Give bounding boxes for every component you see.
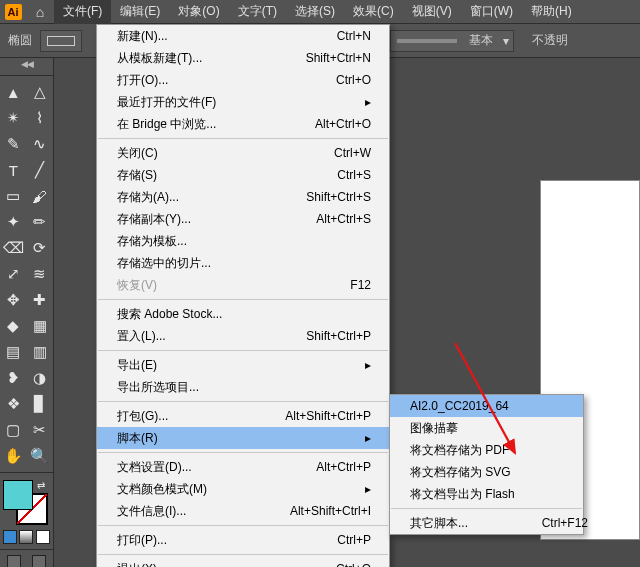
toolbox-collapse-icon[interactable]: ◀◀: [0, 58, 53, 72]
tool-dir[interactable]: △: [27, 79, 54, 105]
menu-0[interactable]: 文件(F): [54, 0, 111, 24]
tool-graph[interactable]: ▊: [27, 391, 54, 417]
file-menu-label: 打开(O)...: [117, 72, 281, 89]
file-menu-item-6-0[interactable]: 打印(P)...Ctrl+P: [97, 529, 389, 551]
file-menu-item-1-1[interactable]: 存储(S)Ctrl+S: [97, 164, 389, 186]
submenu-arrow-icon: ▸: [361, 431, 371, 445]
script-menu-item-0-3[interactable]: 将文档存储为 SVG: [390, 461, 583, 483]
script-menu-item-0-2[interactable]: 将文档存储为 PDF: [390, 439, 583, 461]
color-swatches[interactable]: ⇄: [0, 476, 53, 528]
script-menu-item-1-0[interactable]: 其它脚本...Ctrl+F12: [390, 512, 583, 534]
file-menu-item-1-0[interactable]: 关闭(C)Ctrl+W: [97, 142, 389, 164]
fill-color-swatch[interactable]: [3, 480, 33, 510]
file-menu-item-1-3[interactable]: 存储副本(Y)...Alt+Ctrl+S: [97, 208, 389, 230]
tool-grad[interactable]: ▥: [27, 339, 54, 365]
file-menu-label: 文档颜色模式(M): [117, 481, 361, 498]
tool-zoom[interactable]: 🔍: [27, 443, 54, 469]
file-menu-item-0-2[interactable]: 打开(O)...Ctrl+O: [97, 69, 389, 91]
tool-eyedrop[interactable]: ❥: [0, 365, 27, 391]
tool-type[interactable]: T: [0, 157, 27, 183]
basic-preset-select[interactable]: 基本 ▾: [390, 30, 514, 52]
tool-slice[interactable]: ✂: [27, 417, 54, 443]
tool-rect[interactable]: ▭: [0, 183, 27, 209]
file-menu-item-0-3[interactable]: 最近打开的文件(F)▸: [97, 91, 389, 113]
file-menu-item-2-1[interactable]: 置入(L)...Shift+Ctrl+P: [97, 325, 389, 347]
file-menu-item-1-5[interactable]: 存储选中的切片...: [97, 252, 389, 274]
toolbox: ◀◀ ▲△✴⌇✎∿T╱▭🖌✦✏⌫⟳⤢≋✥✚◆▦▤▥❥◑❖▊▢✂✋🔍 ⇄: [0, 58, 54, 567]
script-menu-item-0-1[interactable]: 图像描摹: [390, 417, 583, 439]
shortcut-text: Shift+Ctrl+P: [281, 329, 371, 343]
chevron-down-icon: ▾: [499, 34, 513, 48]
tool-pencil[interactable]: ✏: [27, 209, 54, 235]
file-menu-item-0-4[interactable]: 在 Bridge 中浏览...Alt+Ctrl+O: [97, 113, 389, 135]
tool-lasso[interactable]: ⌇: [27, 105, 54, 131]
tool-eraser[interactable]: ⌫: [0, 235, 27, 261]
menu-6[interactable]: 视图(V): [403, 0, 461, 24]
menu-8[interactable]: 帮助(H): [522, 0, 581, 24]
gradient-mode[interactable]: [19, 530, 33, 544]
tool-symbol[interactable]: ❖: [0, 391, 27, 417]
script-menu-item-0-4[interactable]: 将文档导出为 Flash: [390, 483, 583, 505]
tool-pen[interactable]: ✎: [0, 131, 27, 157]
swap-colors-icon[interactable]: ⇄: [37, 480, 45, 491]
menu-1[interactable]: 编辑(E): [111, 0, 169, 24]
file-menu-item-0-0[interactable]: 新建(N)...Ctrl+N: [97, 25, 389, 47]
tool-puppet[interactable]: ✚: [27, 287, 54, 313]
file-menu-item-1-4[interactable]: 存储为模板...: [97, 230, 389, 252]
shortcut-text: F12: [281, 278, 371, 292]
tool-line[interactable]: ╱: [27, 157, 54, 183]
tool-curve[interactable]: ∿: [27, 131, 54, 157]
file-menu-item-1-2[interactable]: 存储为(A)...Shift+Ctrl+S: [97, 186, 389, 208]
script-menu-label: 图像描摹: [410, 420, 565, 437]
tool-brush[interactable]: 🖌: [27, 183, 54, 209]
file-menu-item-0-1[interactable]: 从模板新建(T)...Shift+Ctrl+N: [97, 47, 389, 69]
file-menu-item-5-0[interactable]: 文档设置(D)...Alt+Ctrl+P: [97, 456, 389, 478]
tool-shape[interactable]: ◆: [0, 313, 27, 339]
screen-mode-full[interactable]: [32, 555, 46, 567]
shortcut-text: Ctrl+O: [281, 73, 371, 87]
file-menu-item-3-1[interactable]: 导出所选项目...: [97, 376, 389, 398]
file-menu-item-4-0[interactable]: 打包(G)...Alt+Shift+Ctrl+P: [97, 405, 389, 427]
tool-shaper[interactable]: ✦: [0, 209, 27, 235]
menu-5[interactable]: 效果(C): [344, 0, 403, 24]
menu-3[interactable]: 文字(T): [229, 0, 286, 24]
file-menu-item-5-2[interactable]: 文件信息(I)...Alt+Shift+Ctrl+I: [97, 500, 389, 522]
file-menu-label: 在 Bridge 中浏览...: [117, 116, 281, 133]
file-menu-label: 文件信息(I)...: [117, 503, 281, 520]
tool-artb[interactable]: ▢: [0, 417, 27, 443]
tool-free[interactable]: ✥: [0, 287, 27, 313]
file-menu-label: 关闭(C): [117, 145, 281, 162]
menu-2[interactable]: 对象(O): [169, 0, 228, 24]
screen-mode-row: [0, 553, 53, 567]
tool-persp[interactable]: ▦: [27, 313, 54, 339]
file-menu-item-4-1[interactable]: 脚本(R)▸: [97, 427, 389, 449]
tool-scale[interactable]: ⤢: [0, 261, 27, 287]
file-menu-label: 恢复(V): [117, 277, 281, 294]
screen-mode-normal[interactable]: [7, 555, 21, 567]
file-menu: 新建(N)...Ctrl+N从模板新建(T)...Shift+Ctrl+N打开(…: [96, 24, 390, 567]
shortcut-text: Ctrl+F12: [498, 516, 588, 530]
file-menu-item-5-1[interactable]: 文档颜色模式(M)▸: [97, 478, 389, 500]
script-menu-label: 将文档导出为 Flash: [410, 486, 565, 503]
none-mode[interactable]: [36, 530, 50, 544]
file-menu-item-1-6: 恢复(V)F12: [97, 274, 389, 296]
shortcut-text: Alt+Ctrl+O: [281, 117, 371, 131]
tool-sel[interactable]: ▲: [0, 79, 27, 105]
tool-rotate[interactable]: ⟳: [27, 235, 54, 261]
file-menu-item-7-0[interactable]: 退出(X)Ctrl+Q: [97, 558, 389, 567]
tool-width[interactable]: ≋: [27, 261, 54, 287]
file-menu-item-2-0[interactable]: 搜索 Adobe Stock...: [97, 303, 389, 325]
file-menu-label: 导出(E): [117, 357, 361, 374]
tool-blend[interactable]: ◑: [27, 365, 54, 391]
script-submenu: AI2.0_CC2019_64图像描摹将文档存储为 PDF将文档存储为 SVG将…: [389, 394, 584, 535]
tool-wand[interactable]: ✴: [0, 105, 27, 131]
script-menu-item-0-0[interactable]: AI2.0_CC2019_64: [390, 395, 583, 417]
menu-7[interactable]: 窗口(W): [461, 0, 522, 24]
home-icon[interactable]: ⌂: [26, 4, 54, 20]
file-menu-item-3-0[interactable]: 导出(E)▸: [97, 354, 389, 376]
menu-4[interactable]: 选择(S): [286, 0, 344, 24]
tool-hand[interactable]: ✋: [0, 443, 27, 469]
stroke-swatch[interactable]: [40, 30, 82, 52]
tool-mesh[interactable]: ▤: [0, 339, 27, 365]
color-mode[interactable]: [3, 530, 17, 544]
